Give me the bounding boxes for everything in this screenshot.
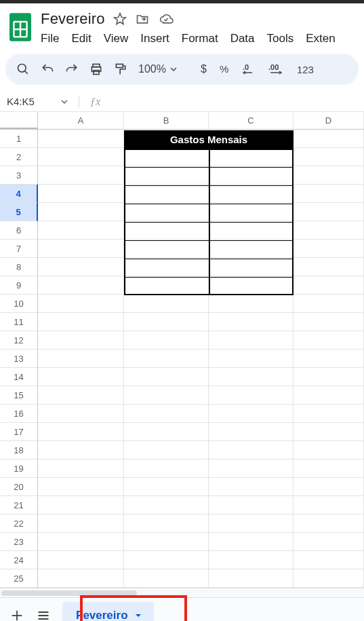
- cell[interactable]: [124, 514, 209, 533]
- cell[interactable]: [124, 331, 209, 350]
- cell[interactable]: [209, 148, 294, 166]
- cell[interactable]: [38, 313, 124, 331]
- search-icon[interactable]: [16, 62, 30, 76]
- row-header[interactable]: 22: [0, 514, 38, 533]
- cell[interactable]: [38, 533, 124, 551]
- cell[interactable]: [209, 368, 294, 386]
- cell[interactable]: [209, 221, 294, 240]
- cell[interactable]: [124, 276, 209, 295]
- cell[interactable]: [209, 459, 294, 478]
- menu-file[interactable]: File: [41, 32, 59, 45]
- menu-edit[interactable]: Edit: [71, 32, 91, 45]
- cell[interactable]: [294, 459, 364, 478]
- sheet-tab-fevereiro[interactable]: Fevereiro: [62, 602, 154, 622]
- cell[interactable]: [209, 166, 294, 185]
- cell[interactable]: [209, 386, 294, 404]
- row-header[interactable]: 4: [0, 185, 38, 203]
- cell[interactable]: [124, 459, 209, 478]
- row-header[interactable]: 19: [0, 459, 38, 478]
- cell[interactable]: [38, 551, 124, 569]
- menu-insert[interactable]: Insert: [140, 32, 169, 45]
- row-header[interactable]: 3: [0, 166, 38, 185]
- row-header[interactable]: 1: [0, 130, 38, 148]
- cell[interactable]: [38, 221, 124, 240]
- cell[interactable]: [294, 478, 364, 496]
- cell[interactable]: [209, 350, 294, 368]
- formula-input[interactable]: [107, 92, 360, 111]
- cell[interactable]: [124, 569, 209, 588]
- name-box[interactable]: K4:K5: [7, 96, 54, 107]
- cell[interactable]: [124, 404, 209, 423]
- cell[interactable]: [294, 240, 364, 258]
- cell[interactable]: [124, 496, 209, 514]
- add-sheet-icon[interactable]: [9, 608, 24, 622]
- row-header[interactable]: 14: [0, 368, 38, 386]
- cell[interactable]: [38, 295, 124, 313]
- cell[interactable]: [294, 258, 364, 276]
- col-header-A[interactable]: A: [38, 112, 124, 130]
- cell[interactable]: [209, 276, 294, 295]
- cell[interactable]: [124, 148, 209, 166]
- cell[interactable]: [124, 478, 209, 496]
- cell[interactable]: [294, 148, 364, 166]
- row-header[interactable]: 5: [0, 203, 38, 221]
- format-percent-icon[interactable]: %: [220, 62, 232, 76]
- cell[interactable]: [209, 533, 294, 551]
- cell[interactable]: [38, 478, 124, 496]
- cell[interactable]: [294, 496, 364, 514]
- undo-icon[interactable]: [41, 62, 54, 76]
- cell[interactable]: [294, 404, 364, 423]
- cell[interactable]: [209, 496, 294, 514]
- cell[interactable]: [124, 221, 209, 240]
- cell[interactable]: [294, 533, 364, 551]
- cell[interactable]: [294, 166, 364, 185]
- row-header[interactable]: 21: [0, 496, 38, 514]
- select-all-corner[interactable]: [0, 112, 38, 130]
- cell[interactable]: [209, 404, 294, 423]
- cell[interactable]: [124, 166, 209, 185]
- cell[interactable]: [38, 514, 124, 533]
- merged-header-cell[interactable]: Gastos Mensais: [124, 130, 294, 149]
- cell[interactable]: [294, 295, 364, 313]
- print-icon[interactable]: [89, 62, 103, 76]
- menu-data[interactable]: Data: [230, 32, 255, 45]
- row-header[interactable]: 7: [0, 240, 38, 258]
- cell[interactable]: [294, 386, 364, 404]
- cell[interactable]: [38, 331, 124, 350]
- row-header[interactable]: 12: [0, 331, 38, 350]
- cell[interactable]: [38, 404, 124, 423]
- paint-format-icon[interactable]: [114, 62, 127, 76]
- row-header[interactable]: 2: [0, 148, 38, 166]
- sheet-tab-caret-icon[interactable]: [135, 612, 142, 619]
- cell[interactable]: [294, 331, 364, 350]
- cell[interactable]: [124, 441, 209, 459]
- cell[interactable]: [124, 258, 209, 276]
- row-header[interactable]: 9: [0, 276, 38, 295]
- menu-tools[interactable]: Tools: [267, 32, 294, 45]
- cell[interactable]: [38, 185, 124, 203]
- cloud-status-icon[interactable]: [158, 12, 174, 26]
- row-header[interactable]: 10: [0, 295, 38, 313]
- cell[interactable]: [38, 350, 124, 368]
- horizontal-scrollbar[interactable]: [0, 588, 364, 597]
- cell[interactable]: [38, 276, 124, 295]
- cell[interactable]: [294, 313, 364, 331]
- cell[interactable]: [124, 203, 209, 221]
- row-header[interactable]: 11: [0, 313, 38, 331]
- cell[interactable]: [209, 331, 294, 350]
- sheets-logo-icon[interactable]: [7, 9, 34, 45]
- all-sheets-icon[interactable]: [37, 609, 50, 622]
- col-header-D[interactable]: D: [294, 112, 364, 130]
- cell[interactable]: [124, 551, 209, 569]
- cell[interactable]: [124, 185, 209, 203]
- cell[interactable]: [294, 514, 364, 533]
- cell[interactable]: [38, 130, 124, 148]
- row-header[interactable]: 20: [0, 478, 38, 496]
- cell[interactable]: [294, 350, 364, 368]
- cell[interactable]: [294, 423, 364, 441]
- move-folder-icon[interactable]: [135, 12, 150, 26]
- cell[interactable]: [294, 185, 364, 203]
- row-header[interactable]: 24: [0, 551, 38, 569]
- star-icon[interactable]: [113, 12, 127, 26]
- cell[interactable]: [38, 496, 124, 514]
